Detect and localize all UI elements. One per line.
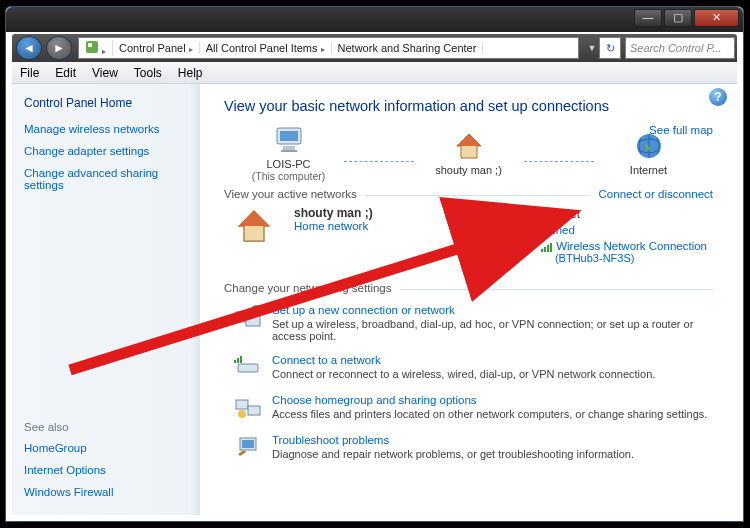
node-router[interactable]: shouty man ;)	[414, 130, 524, 176]
svg-rect-19	[238, 364, 258, 372]
menu-file[interactable]: File	[12, 66, 47, 80]
seealso-firewall[interactable]: Windows Firewall	[24, 486, 187, 498]
task-link[interactable]: Choose homegroup and sharing options	[272, 394, 477, 406]
svg-rect-1	[88, 43, 92, 47]
svg-rect-3	[280, 131, 298, 141]
connection-link[interactable]: Wireless Network Connection	[556, 240, 707, 252]
menu-help[interactable]: Help	[170, 66, 211, 80]
homegroup-label: HomeGroup:	[460, 224, 535, 238]
title-bar[interactable]: — ▢ ✕	[6, 7, 743, 32]
refresh-button[interactable]: ↻	[599, 37, 621, 59]
new-connection-icon: +	[234, 304, 262, 332]
sidebar-link-sharing[interactable]: Change advanced sharing settings	[24, 167, 187, 191]
network-type-link[interactable]: Home network	[294, 220, 368, 232]
active-networks-label: View your active networks	[224, 188, 357, 200]
access-type-value: Internet	[537, 208, 711, 222]
node-label: Internet	[594, 164, 704, 176]
see-also-heading: See also	[24, 421, 187, 433]
breadcrumb-item[interactable]: Control Panel▸	[113, 42, 200, 54]
connect-disconnect-link[interactable]: Connect or disconnect	[599, 188, 713, 200]
signal-icon	[541, 242, 553, 252]
task-desc: Access files and printers located on oth…	[272, 408, 707, 420]
computer-icon	[273, 124, 305, 156]
breadcrumb-item[interactable]: All Control Panel Items▸	[200, 42, 332, 54]
task-connect-network: Connect to a network Connect or reconnec…	[234, 354, 713, 382]
svg-rect-14	[550, 243, 552, 252]
sidebar-home-link[interactable]: Control Panel Home	[24, 96, 187, 110]
svg-rect-16	[246, 316, 260, 326]
homegroup-link[interactable]: Joined	[541, 224, 575, 236]
page-title: View your basic network information and …	[224, 98, 713, 114]
back-button[interactable]: ◄	[16, 36, 42, 60]
svg-point-25	[238, 410, 246, 418]
help-button[interactable]: ?	[709, 88, 727, 106]
task-troubleshoot: Troubleshoot problems Diagnose and repai…	[234, 434, 713, 462]
breadcrumb[interactable]: ▸ Control Panel▸ All Control Panel Items…	[78, 37, 579, 59]
task-homegroup-sharing: Choose homegroup and sharing options Acc…	[234, 394, 713, 422]
connect-network-icon	[234, 354, 262, 382]
history-dropdown[interactable]: ▼	[585, 43, 599, 53]
sidebar-link-wireless[interactable]: Manage wireless networks	[24, 123, 187, 135]
control-panel-window: — ▢ ✕ ◄ ► ▸ Control Panel▸ All Control P…	[5, 6, 744, 522]
connection-line	[524, 161, 594, 162]
node-label: LOIS-PC	[234, 158, 344, 170]
seealso-internet[interactable]: Internet Options	[24, 464, 187, 476]
svg-marker-7	[457, 134, 481, 146]
change-settings-label: Change your networking settings	[224, 282, 392, 294]
task-desc: Connect or reconnect to a wireless, wire…	[272, 368, 655, 380]
menu-tools[interactable]: Tools	[126, 66, 170, 80]
active-network: shouty man ;) Home network Access type: …	[234, 206, 713, 268]
address-bar: ◄ ► ▸ Control Panel▸ All Control Panel I…	[12, 34, 737, 62]
task-desc: Set up a wireless, broadband, dial-up, a…	[272, 318, 713, 342]
svg-rect-20	[234, 360, 236, 363]
svg-rect-5	[281, 150, 297, 152]
main-pane: ? View your basic network information an…	[200, 84, 737, 515]
house-icon	[234, 206, 274, 246]
svg-rect-22	[240, 356, 242, 363]
svg-rect-11	[541, 249, 543, 252]
homegroup-icon	[234, 394, 262, 422]
menu-edit[interactable]: Edit	[47, 66, 84, 80]
network-map: LOIS-PC (This computer) shouty man ;) In…	[224, 124, 713, 182]
control-panel-icon	[85, 40, 99, 54]
svg-rect-12	[544, 247, 546, 252]
seealso-homegroup[interactable]: HomeGroup	[24, 442, 187, 454]
node-label: shouty man ;)	[414, 164, 524, 176]
forward-button[interactable]: ►	[46, 36, 72, 60]
task-setup-connection: + Set up a new connection or network Set…	[234, 304, 713, 342]
sidebar-link-adapter[interactable]: Change adapter settings	[24, 145, 187, 157]
task-desc: Diagnose and repair network problems, or…	[272, 448, 634, 460]
access-type-label: Access type:	[460, 208, 535, 222]
task-link[interactable]: Troubleshoot problems	[272, 434, 389, 446]
house-icon	[453, 130, 485, 162]
svg-text:+: +	[254, 306, 259, 315]
troubleshoot-icon	[234, 434, 262, 462]
svg-rect-23	[236, 400, 248, 409]
minimize-button[interactable]: —	[634, 9, 662, 27]
sidebar: Control Panel Home Manage wireless netwo…	[12, 84, 200, 515]
globe-icon	[633, 130, 665, 162]
svg-rect-27	[242, 440, 254, 448]
maximize-button[interactable]: ▢	[664, 9, 692, 27]
search-input[interactable]: Search Control P...	[625, 37, 735, 59]
close-button[interactable]: ✕	[694, 9, 739, 27]
svg-rect-24	[248, 406, 260, 415]
breadcrumb-item[interactable]: Network and Sharing Center	[332, 42, 484, 54]
task-link[interactable]: Connect to a network	[272, 354, 381, 366]
svg-rect-13	[547, 245, 549, 252]
connections-label: Connections:	[460, 240, 535, 266]
node-sublabel: (This computer)	[234, 170, 344, 182]
connection-ssid: (BTHub3-NF3S)	[555, 252, 634, 264]
menu-bar: File Edit View Tools Help	[12, 62, 737, 84]
connection-properties: Access type: Internet HomeGroup: Joined …	[458, 206, 713, 268]
node-internet[interactable]: Internet	[594, 130, 704, 176]
task-link[interactable]: Set up a new connection or network	[272, 304, 455, 316]
svg-rect-21	[237, 358, 239, 363]
svg-marker-10	[239, 211, 269, 226]
node-this-pc[interactable]: LOIS-PC (This computer)	[234, 124, 344, 182]
connection-line	[344, 161, 414, 162]
svg-rect-4	[283, 146, 295, 150]
menu-view[interactable]: View	[84, 66, 126, 80]
network-name: shouty man ;)	[294, 206, 373, 220]
